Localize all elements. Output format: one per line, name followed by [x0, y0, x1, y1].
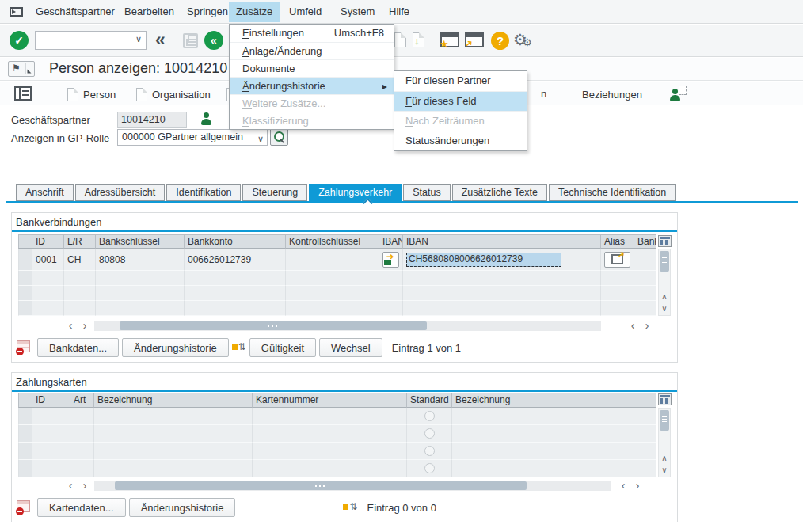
cell-bankkonto[interactable]: 006626012739 [185, 249, 286, 271]
submenu-item-statusaenderungen[interactable]: Statusänderungen [394, 131, 527, 150]
tab-zahlungsverkehr[interactable]: Zahlungsverkehr [309, 184, 402, 201]
table-settings-icon[interactable] [658, 235, 672, 247]
scroll-right-button[interactable]: › [631, 481, 644, 492]
empty-cell[interactable] [96, 271, 185, 286]
scroll-right-button[interactable]: › [78, 481, 91, 492]
empty-cell[interactable] [379, 286, 403, 301]
header-cell-id[interactable]: ID [32, 234, 64, 249]
empty-cell[interactable] [286, 301, 379, 316]
print-icon[interactable] [394, 32, 406, 48]
partner-relationship-button[interactable] [669, 86, 687, 101]
tab-technische-identifikation[interactable]: Technische Identifikation [549, 184, 676, 201]
header-cell-bezeichnung2[interactable]: Bezeichnung [452, 393, 656, 408]
empty-cell[interactable] [403, 286, 601, 301]
empty-cell[interactable] [403, 271, 601, 286]
empty-cell[interactable] [64, 301, 96, 316]
row-selector-cell[interactable] [18, 408, 32, 425]
standard-radio[interactable] [424, 428, 435, 439]
header-cell-selector[interactable] [18, 393, 32, 408]
header-cell-lr[interactable]: L/R [64, 234, 96, 249]
menubar-item-umfeld[interactable]: Umfeld [282, 2, 329, 22]
move-entry-icon[interactable]: ⇅ [343, 501, 357, 514]
menubar-item-hilfe[interactable]: Hilfe [382, 2, 417, 22]
empty-cell[interactable] [601, 271, 634, 286]
header-cell-bankkonto[interactable]: Bankkonto [185, 234, 286, 249]
empty-cell[interactable] [253, 460, 407, 477]
locator-toggle-button[interactable] [14, 86, 32, 101]
empty-cell[interactable] [64, 286, 96, 301]
scrollbar-thumb[interactable] [115, 481, 527, 490]
tab-identifikation[interactable]: Identifikation [166, 184, 241, 201]
new-session-button[interactable]: ★ [440, 32, 459, 48]
card-vertical-scrollbar[interactable]: ∧ ∨ [658, 408, 671, 477]
header-cell-iban-button[interactable]: IBAN [379, 234, 403, 249]
role-search-button[interactable] [270, 128, 288, 146]
help-button[interactable]: ? [491, 32, 509, 50]
empty-cell[interactable] [253, 443, 407, 460]
menu-item-anlage-aenderung[interactable]: Anlage/Änderung [230, 42, 394, 59]
menu-item-aenderungshistorie[interactable]: Änderungshistorie ▶ [230, 77, 394, 94]
empty-cell[interactable] [94, 425, 253, 443]
empty-cell[interactable] [64, 271, 96, 286]
header-cell-standard[interactable]: Standard [407, 393, 452, 408]
row-selector-cell[interactable] [18, 286, 32, 301]
back-button[interactable]: « [155, 29, 166, 51]
standard-radio[interactable] [424, 463, 435, 473]
row-selector-cell[interactable] [18, 443, 32, 460]
empty-cell[interactable] [403, 301, 601, 316]
empty-cell[interactable] [70, 425, 94, 443]
empty-cell[interactable] [634, 301, 656, 316]
empty-cell[interactable] [253, 408, 407, 425]
empty-cell[interactable] [32, 286, 64, 301]
menu-item-einstellungen[interactable]: Einstellungen Umsch+F8 [230, 25, 394, 42]
empty-cell[interactable] [452, 425, 656, 443]
tab-adressuebersicht[interactable]: Adressübersicht [75, 184, 166, 201]
empty-cell[interactable] [452, 408, 656, 425]
system-menu-icon[interactable] [10, 7, 23, 17]
header-cell-selector[interactable] [18, 234, 32, 249]
iban-detail-button[interactable]: ➜ [382, 252, 399, 268]
row-selector-cell[interactable] [18, 460, 32, 477]
empty-cell[interactable] [185, 271, 286, 286]
scrollbar-thumb[interactable] [660, 410, 669, 431]
scroll-down-button[interactable]: ∨ [659, 465, 670, 476]
empty-cell[interactable] [634, 271, 656, 286]
header-cell-kontrollschluessel[interactable]: Kontrollschlüssel [286, 234, 379, 249]
empty-cell[interactable] [32, 425, 70, 443]
delete-row-button[interactable] [15, 500, 32, 515]
empty-cell[interactable] [379, 301, 403, 316]
organisation-button[interactable]: Organisation [136, 86, 211, 103]
empty-cell[interactable] [96, 301, 185, 316]
empty-cell[interactable] [70, 443, 94, 460]
cell-kontrollschluessel[interactable] [286, 249, 379, 271]
iban-value-field[interactable]: CH5680808006626012739 [406, 253, 561, 267]
empty-cell[interactable] [70, 460, 94, 477]
header-cell-kartennummer[interactable]: Kartennummer [253, 393, 407, 408]
submenu-item-fuer-diesen-partner[interactable]: Für diesen Partner [394, 71, 527, 91]
empty-cell[interactable] [32, 408, 70, 425]
header-cell-bankschluessel[interactable]: Bankschlüssel [96, 234, 185, 249]
command-field[interactable]: ∨ [35, 31, 147, 50]
empty-cell[interactable] [32, 460, 70, 477]
scrollbar-track[interactable] [94, 321, 601, 331]
delete-row-button[interactable] [15, 340, 32, 355]
role-select[interactable]: 000000 GPartner allgemein ∨ [117, 129, 268, 146]
scroll-up-button[interactable]: ∧ [659, 453, 670, 464]
scroll-left-button[interactable]: ‹ [617, 481, 630, 492]
cell-bankschluessel[interactable]: 80808 [96, 249, 185, 271]
scroll-left-button[interactable]: ‹ [64, 481, 77, 492]
standard-radio[interactable] [424, 411, 435, 421]
menubar-item-bearbeiten[interactable]: Bearbeiten [117, 2, 181, 22]
export-icon[interactable]: ↓ [413, 32, 424, 48]
empty-cell[interactable] [601, 286, 634, 301]
chevron-down-icon[interactable]: ∨ [257, 131, 264, 146]
empty-cell[interactable] [601, 301, 634, 316]
standard-radio[interactable] [424, 446, 435, 456]
empty-cell[interactable] [32, 443, 70, 460]
empty-cell[interactable] [634, 286, 656, 301]
row-selector-cell[interactable] [18, 249, 32, 271]
wechsel-button[interactable]: Wechsel [319, 338, 382, 357]
header-cell-alias[interactable]: Alias [601, 234, 634, 249]
row-selector-cell[interactable] [18, 301, 32, 316]
table-settings-icon[interactable] [658, 393, 672, 405]
